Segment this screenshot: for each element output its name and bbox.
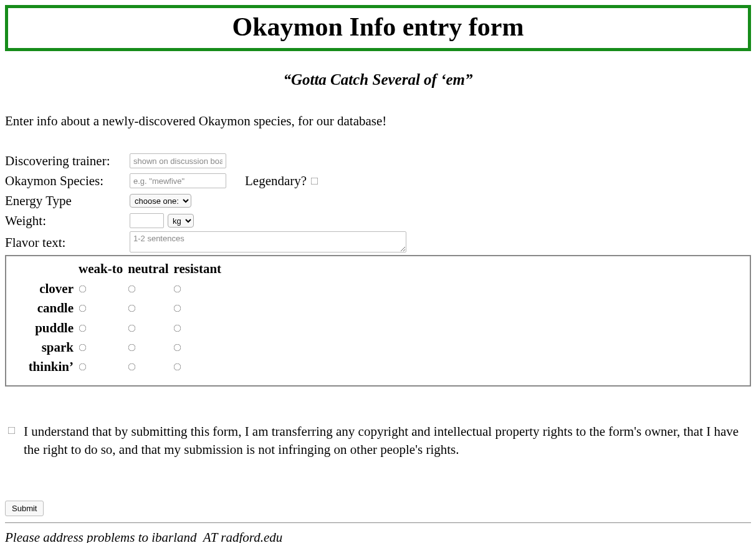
tagline: “Gotta Catch Several of ‘em”	[5, 71, 751, 89]
trainer-input[interactable]	[130, 153, 226, 168]
resistance-radio[interactable]	[128, 344, 136, 352]
submit-button[interactable]: Submit	[5, 501, 44, 516]
species-input[interactable]	[130, 173, 226, 188]
resistance-radio[interactable]	[128, 324, 136, 332]
resistance-radio[interactable]	[174, 344, 181, 352]
resistance-radio[interactable]	[174, 305, 181, 312]
legendary-checkbox[interactable]	[311, 177, 318, 185]
consent-checkbox[interactable]	[8, 427, 16, 435]
trainer-label: Discovering trainer:	[5, 153, 130, 169]
table-row: candle	[11, 299, 224, 318]
resistance-radio[interactable]	[174, 286, 181, 293]
resistance-radio[interactable]	[128, 286, 136, 293]
resistance-radio[interactable]	[79, 363, 87, 371]
table-row: puddle	[11, 319, 224, 338]
page-title: Okaymon Info entry form	[5, 5, 751, 51]
row-header: thinkin’	[11, 357, 76, 377]
row-header: candle	[11, 299, 76, 318]
footer-text: Please address problems to ibarland AT r…	[5, 530, 751, 543]
flavor-label: Flavor text:	[5, 231, 130, 251]
resistance-radio[interactable]	[174, 363, 181, 371]
resistance-radio[interactable]	[79, 305, 87, 312]
legendary-label: Legendary?	[245, 173, 307, 189]
intro-text: Enter info about a newly-discovered Okay…	[5, 113, 751, 129]
table-row: spark	[11, 338, 224, 357]
weight-unit-select[interactable]: kg	[168, 214, 194, 228]
resistance-radio[interactable]	[128, 305, 136, 312]
resistance-radio[interactable]	[79, 344, 87, 352]
resistance-radio[interactable]	[79, 286, 87, 293]
table-row: thinkin’	[11, 357, 224, 377]
row-header: clover	[11, 279, 76, 299]
weight-input[interactable]	[130, 213, 164, 228]
flavor-textarea[interactable]	[130, 231, 406, 252]
energy-type-select[interactable]: choose one:	[130, 194, 191, 208]
resistance-radio[interactable]	[174, 324, 181, 332]
resistance-radio[interactable]	[79, 324, 87, 332]
consent-text: I understand that by submitting this for…	[24, 423, 751, 458]
table-row: clover	[11, 279, 224, 299]
col-header-resistant: resistant	[171, 261, 224, 279]
resistance-box: weak-to neutral resistant clovercandlepu…	[5, 255, 751, 387]
row-header: puddle	[11, 319, 76, 338]
weight-label: Weight:	[5, 213, 130, 229]
resistance-radio[interactable]	[128, 363, 136, 371]
row-header: spark	[11, 338, 76, 357]
resistance-table: weak-to neutral resistant clovercandlepu…	[11, 261, 224, 377]
energy-label: Energy Type	[5, 193, 130, 209]
species-label: Okaymon Species:	[5, 173, 130, 189]
divider	[5, 522, 751, 523]
col-header-weak-to: weak-to	[76, 261, 125, 279]
col-header-neutral: neutral	[125, 261, 171, 279]
